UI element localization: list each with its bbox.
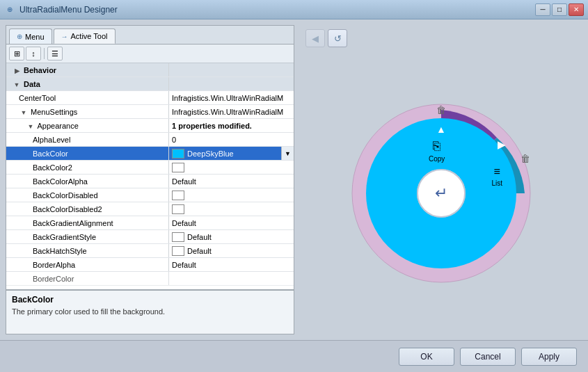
prop-row-back-gradient-style[interactable]: BackGradientStyle Default <box>6 230 294 244</box>
property-grid[interactable]: ▶ Behavior ▼ Data CenterTool Infr <box>6 63 294 289</box>
back-color2-swatch <box>172 163 184 172</box>
tool-copy-button[interactable]: ⎘ Copy <box>429 139 445 163</box>
back-color-swatch <box>172 149 184 159</box>
bottom-bar: OK Cancel Apply <box>0 340 588 372</box>
center-button-container: ↵ <box>417 169 466 218</box>
preview-back-button[interactable]: ◀ <box>305 29 325 47</box>
prop-row-border-alpha[interactable]: BorderAlpha Default <box>6 258 294 272</box>
list-icon: ☰ <box>51 49 58 58</box>
list-tool-label: List <box>491 179 502 187</box>
copy-tool-label: Copy <box>429 155 445 163</box>
tab-menu[interactable]: ⊕ Menu <box>9 29 52 44</box>
tab-bar: ⊕ Menu → Active Tool <box>6 26 294 45</box>
trash-right-icon[interactable]: 🗑 <box>521 153 530 164</box>
prop-row-data[interactable]: ▼ Data <box>6 77 294 91</box>
prop-row-back-color-disabled2[interactable]: BackColorDisabled2 <box>6 202 294 216</box>
back-hatch-swatch <box>172 246 184 256</box>
prop-border-alpha-name: BorderAlpha <box>6 261 168 269</box>
apply-button[interactable]: Apply <box>521 348 577 366</box>
prop-row-menu-settings[interactable]: ▼ MenuSettings Infragistics.Win.UltraWin… <box>6 105 294 119</box>
prop-row-behavior[interactable]: ▶ Behavior <box>6 63 294 77</box>
ok-button[interactable]: OK <box>399 348 454 366</box>
prop-row-center-tool[interactable]: CenterTool Infragistics.Win.UltraWinRadi… <box>6 91 294 105</box>
preview-back-icon: ◀ <box>312 33 319 44</box>
back-color-disabled-swatch <box>172 191 184 200</box>
right-panel: ◀ ↺ <box>300 25 582 334</box>
close-button[interactable]: ✕ <box>569 3 584 16</box>
back-color-disabled2-swatch <box>172 204 184 214</box>
prop-appearance-value: 1 properties modified. <box>168 119 294 132</box>
prop-row-back-color2[interactable]: BackColor2 <box>6 161 294 175</box>
prop-row-back-hatch[interactable]: BackHatchStyle Default <box>6 244 294 258</box>
prop-appearance-name: ▼ Appearance <box>6 122 168 130</box>
tab-active-tool[interactable]: → Active Tool <box>54 29 116 44</box>
main-content: ⊕ Menu → Active Tool ⊞ ↕ ☰ <box>0 19 588 372</box>
desc-title: BackColor <box>12 295 288 305</box>
prop-row-border-color[interactable]: BorderColor <box>6 272 294 286</box>
grid-view-button[interactable]: ⊞ <box>9 47 24 60</box>
prop-menu-settings-name: ▼ MenuSettings <box>6 108 168 116</box>
prop-row-back-gradient[interactable]: BackGradientAlignment Default <box>6 216 294 230</box>
preview-toolbar: ◀ ↺ <box>300 25 353 51</box>
title-bar: ⊕ UltraRadialMenu Designer ─ □ ✕ <box>0 0 588 19</box>
prop-back-color-disabled2-value <box>168 202 294 216</box>
behavior-expander: ▶ <box>12 67 22 74</box>
list-tool-icon: ≡ <box>494 165 500 178</box>
back-color-dropdown[interactable]: ▼ <box>281 147 294 160</box>
preview-refresh-button[interactable]: ↺ <box>328 29 347 47</box>
tab-active-tool-label: Active Tool <box>71 32 108 40</box>
data-expander: ▼ <box>12 81 22 88</box>
sort-icon: ↕ <box>31 49 35 58</box>
prop-back-color-name: BackColor <box>6 149 168 158</box>
window-controls: ─ □ ✕ <box>535 3 584 16</box>
prop-back-gradient-name: BackGradientAlignment <box>6 219 168 227</box>
left-panel: ⊕ Menu → Active Tool ⊞ ↕ ☰ <box>6 25 294 334</box>
description-area: BackColor The primary color used to fill… <box>6 289 294 334</box>
list-view-button[interactable]: ☰ <box>47 47 63 60</box>
prop-back-color2-value <box>168 161 294 174</box>
menu-tab-icon: ⊕ <box>17 33 22 40</box>
prop-row-back-color-disabled[interactable]: BackColorDisabled <box>6 188 294 202</box>
radial-menu-container: 🗑 ▲ 🗑 ▶ ⎘ Copy ≡ List <box>351 103 532 284</box>
prop-center-tool-name: CenterTool <box>6 94 168 102</box>
cancel-button[interactable]: Cancel <box>460 348 516 366</box>
prop-behavior-value <box>168 63 294 76</box>
prop-row-back-color[interactable]: BackColor DeepSkyBlue ▼ <box>6 147 294 161</box>
prop-data-name: ▼ Data <box>6 80 168 88</box>
active-tool-tab-icon: → <box>61 33 68 40</box>
prop-behavior-name: ▶ Behavior <box>6 66 168 74</box>
app-icon: ⊕ <box>4 4 15 15</box>
prop-back-color-disabled-name: BackColorDisabled <box>6 191 168 200</box>
minimize-button[interactable]: ─ <box>535 3 550 16</box>
prop-row-appearance[interactable]: ▼ Appearance 1 properties modified. <box>6 119 294 133</box>
radial-menu-preview: 🗑 ▲ 🗑 ▶ ⎘ Copy ≡ List <box>351 51 532 334</box>
prop-alpha-level-value: 0 <box>168 133 294 146</box>
sort-button[interactable]: ↕ <box>26 47 41 60</box>
center-button[interactable]: ↵ <box>417 169 466 218</box>
toolbar-separator <box>44 48 45 59</box>
maximize-button[interactable]: □ <box>552 3 567 16</box>
prop-menu-settings-value: Infragistics.Win.UltraWinRadialM <box>168 105 294 118</box>
arrow-up-indicator: ▲ <box>436 124 446 135</box>
prop-border-color-name: BorderColor <box>6 275 168 283</box>
prop-back-color-disabled-value <box>168 188 294 202</box>
prop-border-alpha-value: Default <box>168 258 294 271</box>
desc-text: The primary color used to fill the backg… <box>12 307 288 316</box>
prop-back-color-value: DeepSkyBlue ▼ <box>168 147 294 160</box>
app-title: UltraRadialMenu Designer <box>19 5 535 15</box>
appearance-expander: ▼ <box>26 123 35 130</box>
prop-back-gradient-value: Default <box>168 216 294 229</box>
menu-settings-expander: ▼ <box>19 109 29 116</box>
prop-border-color-value <box>168 272 294 285</box>
prop-back-hatch-value: Default <box>168 244 294 257</box>
tool-list-button[interactable]: ≡ List <box>491 165 502 187</box>
prop-row-alpha-level[interactable]: AlphaLevel 0 <box>6 133 294 147</box>
prop-back-color2-name: BackColor2 <box>6 163 168 172</box>
prop-row-back-color-alpha[interactable]: BackColorAlpha Default <box>6 175 294 188</box>
prop-back-hatch-name: BackHatchStyle <box>6 247 168 255</box>
prop-data-value <box>168 77 294 90</box>
trash-top-icon[interactable]: 🗑 <box>436 104 446 115</box>
property-toolbar: ⊞ ↕ ☰ <box>6 45 294 63</box>
prop-alpha-level-name: AlphaLevel <box>6 136 168 144</box>
prop-back-gradient-style-value: Default <box>168 230 294 243</box>
